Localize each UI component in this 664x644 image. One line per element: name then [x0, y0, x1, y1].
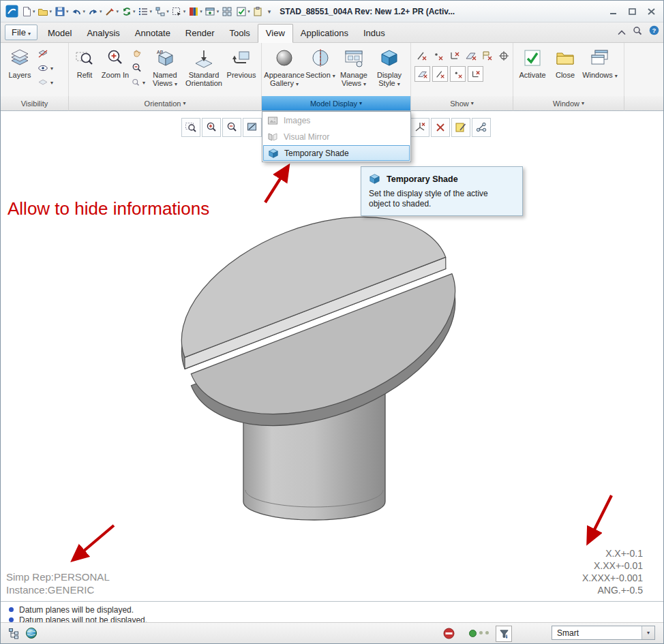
point-tag-display-toggle[interactable]: [450, 66, 466, 82]
csys-tag-display-toggle[interactable]: [468, 66, 483, 82]
search-icon[interactable]: [633, 26, 642, 38]
pan-button[interactable]: [132, 48, 148, 60]
plane-display-toggle[interactable]: [464, 48, 478, 63]
select-box-icon[interactable]: [170, 4, 184, 19]
chevron-down-icon[interactable]: ▾: [66, 9, 69, 14]
chevron-down-icon[interactable]: ▾: [33, 9, 35, 14]
chevron-down-icon[interactable]: ▾: [200, 9, 202, 14]
chevron-down-icon[interactable]: ▾: [117, 9, 119, 14]
chevron-down-icon[interactable]: ▾: [83, 9, 86, 14]
graphics-viewport[interactable]: [1, 111, 663, 601]
chevron-down-icon[interactable]: ▾: [50, 9, 52, 14]
datum-off-toggle-button[interactable]: [431, 118, 450, 137]
tab-render[interactable]: Render: [178, 25, 222, 42]
unhide-layers-button[interactable]: [37, 76, 53, 89]
redo-icon[interactable]: [86, 4, 100, 19]
chevron-down-icon[interactable]: ▾: [217, 9, 220, 14]
zoom-out-tool-button[interactable]: [222, 118, 241, 137]
menu-item-visual-mirror[interactable]: Visual Mirror: [263, 129, 410, 145]
refit-button[interactable]: Refit: [70, 45, 99, 94]
group-label-show[interactable]: Show: [411, 96, 513, 111]
regenerate-icon[interactable]: [119, 4, 134, 19]
chevron-down-icon[interactable]: ▾: [100, 9, 102, 14]
new-document-icon[interactable]: [19, 4, 33, 19]
window-grid-icon[interactable]: [220, 4, 234, 19]
hide-layers-button[interactable]: [37, 48, 53, 60]
standard-orientation-button[interactable]: Standard Orientation: [182, 45, 226, 94]
point-display-toggle[interactable]: [431, 48, 445, 63]
chevron-down-icon[interactable]: ▾: [133, 9, 136, 14]
display-style-button[interactable]: Display Style: [372, 45, 406, 94]
axis-tag-display-toggle[interactable]: [432, 66, 448, 82]
chevron-down-icon[interactable]: ▾: [183, 9, 186, 14]
chevron-down-icon[interactable]: ▾: [150, 9, 153, 14]
web-browser-toggle-button[interactable]: [24, 626, 39, 641]
axis-display-toggle[interactable]: [414, 48, 429, 63]
qat-overflow-icon[interactable]: ▾: [268, 8, 271, 15]
appearance-palette-icon[interactable]: [186, 4, 200, 19]
group-label-window[interactable]: Window: [513, 96, 624, 111]
new-window-icon[interactable]: [203, 4, 217, 19]
model-intent-icon[interactable]: [153, 4, 167, 19]
node-display-button[interactable]: [472, 118, 491, 137]
visibility-eye-button[interactable]: [37, 62, 53, 74]
visual-mirror-icon: [267, 132, 278, 142]
section-button[interactable]: Section: [305, 45, 335, 94]
menu-item-images[interactable]: Images: [263, 112, 410, 129]
repaint-icon[interactable]: [103, 4, 117, 19]
chevron-down-icon[interactable]: ▾: [247, 9, 250, 14]
selection-filter-combobox[interactable]: Smart: [552, 626, 655, 640]
group-label-model-display[interactable]: Model Display: [262, 96, 411, 111]
zoom-out-button[interactable]: [132, 62, 148, 74]
menu-item-temporary-shade[interactable]: Temporary Shade: [263, 145, 410, 161]
model-tree-toggle-button[interactable]: [6, 626, 21, 641]
find-filter-button[interactable]: [496, 626, 512, 642]
annotation-display-toggle[interactable]: [480, 48, 494, 63]
undo-icon[interactable]: [70, 4, 84, 19]
windows-button[interactable]: Windows: [580, 45, 620, 94]
help-icon[interactable]: ?: [649, 25, 659, 38]
tab-applications[interactable]: Applications: [293, 25, 356, 42]
datum-axes-toggle-button[interactable]: [410, 118, 429, 137]
annotation-note-button[interactable]: [451, 118, 470, 137]
command-list-icon[interactable]: [136, 4, 151, 19]
group-label-orientation[interactable]: Orientation: [69, 96, 262, 111]
tab-indus[interactable]: Indus: [356, 25, 393, 42]
open-icon[interactable]: [36, 4, 50, 19]
stop-button[interactable]: [441, 626, 456, 641]
maximize-button[interactable]: [627, 7, 637, 16]
selection-filter-dropdown-icon[interactable]: [642, 626, 654, 639]
repaint-tool-button[interactable]: [243, 118, 262, 137]
tab-model[interactable]: Model: [40, 25, 79, 42]
csys-display-toggle[interactable]: [447, 48, 462, 63]
spin-center-toggle[interactable]: [496, 48, 511, 63]
tab-annotate[interactable]: Annotate: [127, 25, 178, 42]
collapse-ribbon-icon[interactable]: [618, 26, 626, 38]
validate-icon[interactable]: [234, 4, 248, 19]
close-window-button[interactable]: [646, 7, 657, 16]
save-icon[interactable]: [52, 4, 67, 19]
activate-button[interactable]: Activate: [515, 45, 550, 94]
tab-tools[interactable]: Tools: [222, 25, 258, 42]
minimize-button[interactable]: [607, 7, 618, 16]
appearance-gallery-button[interactable]: Appearance Gallery: [263, 45, 305, 94]
close-button[interactable]: Close: [550, 45, 580, 94]
tab-analysis[interactable]: Analysis: [79, 25, 127, 42]
navigator-globe-icon: [25, 627, 37, 639]
zoom-in-button[interactable]: Zoom In: [99, 45, 132, 94]
named-views-button[interactable]: AB Named Views: [148, 45, 182, 94]
app-logo-icon[interactable]: [5, 4, 19, 19]
zoom-in-tool-button[interactable]: [202, 118, 221, 137]
previous-button[interactable]: Previous: [226, 45, 257, 94]
plane-tag-display-toggle[interactable]: [414, 66, 430, 82]
tab-file[interactable]: File: [5, 25, 37, 40]
group-label-visibility[interactable]: Visibility: [1, 96, 69, 111]
tab-view[interactable]: View: [258, 24, 293, 43]
chevron-down-icon[interactable]: ▾: [166, 9, 169, 14]
ribbon-group-orientation: Refit Zoom In AB Named Views Standard Or…: [69, 43, 262, 96]
manage-views-button[interactable]: Manage Views: [335, 45, 372, 94]
clipboard-icon[interactable]: [251, 4, 265, 19]
zoom-box-button[interactable]: [181, 118, 200, 137]
layers-button[interactable]: Layers: [2, 45, 37, 94]
zoom-options-button[interactable]: [132, 76, 148, 89]
